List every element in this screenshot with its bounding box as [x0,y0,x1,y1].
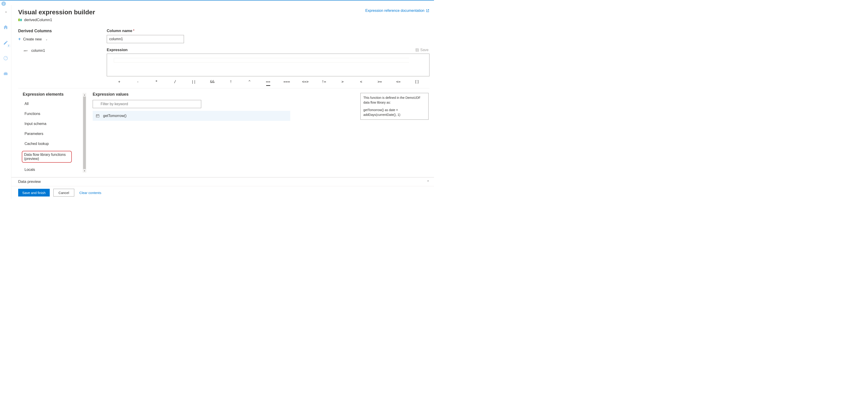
element-item-functions[interactable]: Functions [23,111,85,117]
save-and-finish-button[interactable]: Save and finish [18,189,50,196]
expression-label: Expression [107,48,128,52]
expression-elements-list: AllFunctionsInput schemaParametersCached… [23,101,85,173]
expression-editor[interactable] [107,54,430,76]
rail-home-button[interactable] [2,23,10,31]
tooltip-line2: getTomorrow() as date = addDays(currentD… [363,108,426,117]
column-name-input[interactable] [107,35,184,43]
page-title: Visual expression builder [18,9,95,16]
scroll-thumb[interactable] [83,96,86,169]
svg-rect-4 [20,19,21,21]
svg-rect-5 [21,19,22,21]
save-expression-button: Save [415,48,429,52]
create-new-label: Create new [23,37,42,41]
columns-row: Derived Columns + Create new ⌄ ANY colum… [18,29,430,173]
column-name-label: Column name* [107,29,430,33]
operator-[][interactable]: [] [408,80,426,84]
transformation-name: derivedColumn1 [24,18,52,22]
function-row[interactable]: getTomorrow() [93,111,290,121]
bottom-bar: Save and finish Cancel Clear contents [11,186,434,199]
element-item-all[interactable]: All [23,101,85,107]
function-tooltip: This function is defined in the DemoUDF … [361,93,429,120]
scroll-down-arrow[interactable]: ▾ [83,169,86,173]
tooltip-line1: This function is defined in the DemoUDF … [363,95,426,105]
chevron-down-icon: ⌄ [45,38,48,41]
chevrons-right-icon: » [5,10,6,13]
reference-doc-link[interactable]: Expression reference documentation [365,9,430,13]
rail-badge-count: 2 [7,44,10,47]
create-new-button[interactable]: + Create new ⌄ [18,37,107,42]
filter-input-wrap [93,100,201,108]
derived-columns-title: Derived Columns [18,29,107,33]
operator->=[interactable]: >= [370,80,389,84]
function-name: getTomorrow() [103,114,126,118]
gauge-icon [3,56,8,61]
column-entry[interactable]: ANY column1 [24,49,107,53]
save-icon [415,48,419,52]
operator-<=[interactable]: <= [389,80,408,84]
rail-edit-button[interactable]: 2 [2,39,10,47]
svg-rect-12 [97,116,97,117]
home-icon [3,25,8,30]
header-row: Visual expression builder Expression ref… [18,9,430,16]
cancel-button[interactable]: Cancel [53,189,74,196]
top-accent-bar [0,0,434,0]
reference-doc-label: Expression reference documentation [365,9,425,13]
expression-elements-title: Expression elements [23,92,85,97]
operator-&&[interactable]: && [203,80,222,84]
operator-row: +-*/||&&!^=====<=>!=><>=<=[] [107,80,430,84]
expression-label-row: Expression Save [107,48,430,52]
operator-*[interactable]: * [147,80,166,84]
element-item-parameters[interactable]: Parameters [23,131,85,137]
toolbox-icon [3,71,8,76]
operator-^[interactable]: ^ [240,80,259,84]
svg-rect-3 [19,19,20,21]
rail-expand-button[interactable]: » [2,8,10,16]
scroll-up-arrow[interactable]: ▴ [83,93,86,96]
operator->[interactable]: > [333,80,352,84]
form-panel: Column name* Expression Save +-*/||&&!^=… [107,29,430,173]
derived-column-icon [18,18,22,22]
main-content: Visual expression builder Expression ref… [11,5,434,199]
column-name-label-text: Column name [107,29,132,33]
element-item-data-flow-library-functions-preview-[interactable]: Data flow library functions (preview) [22,151,72,163]
save-label: Save [421,48,429,52]
elements-scrollbar[interactable]: ▴ ▾ [83,93,86,173]
operator-+[interactable]: + [110,80,128,84]
operator--[interactable]: - [128,80,147,84]
resize-handle[interactable] [266,85,270,86]
rail-monitor-button[interactable] [2,54,10,62]
expression-values-panel: Expression values getTomorrow() [86,88,430,173]
svg-rect-8 [96,115,99,118]
required-star: * [133,29,134,33]
operator-<=>[interactable]: <=> [296,80,314,84]
element-item-locals[interactable]: Locals [23,167,85,173]
operator-/[interactable]: / [166,80,184,84]
external-link-icon [426,9,430,12]
element-item-cached-lookup[interactable]: Cached lookup [23,141,85,147]
data-preview-bar[interactable]: Data preview ⌃ [11,177,434,186]
filter-input[interactable] [93,100,201,108]
operator-![interactable]: ! [222,80,240,84]
operator-==[interactable]: == [259,80,278,84]
expression-inner-line [114,58,409,62]
operator-!=[interactable]: != [314,80,333,84]
operator-===[interactable]: === [277,80,296,84]
operator-||[interactable]: || [184,80,203,84]
column-type-tag: ANY [24,50,28,52]
lower-split: Expression elements AllFunctionsInput sc… [18,88,430,173]
svg-rect-2 [5,72,6,73]
element-item-input-schema[interactable]: Input schema [23,121,85,127]
operator-<[interactable]: < [352,80,370,84]
chevron-up-icon[interactable]: ⌃ [427,180,430,184]
calendar-icon [96,114,100,118]
rail-manage-button[interactable] [2,69,10,78]
clear-contents-link[interactable]: Clear contents [79,191,101,195]
column-entry-name: column1 [31,49,45,53]
plus-icon: + [18,37,21,42]
expression-elements-panel: Expression elements AllFunctionsInput sc… [18,88,86,173]
transformation-row: derivedColumn1 [18,18,430,22]
left-rail: » 2 [0,5,11,199]
data-preview-title: Data preview [18,180,41,184]
